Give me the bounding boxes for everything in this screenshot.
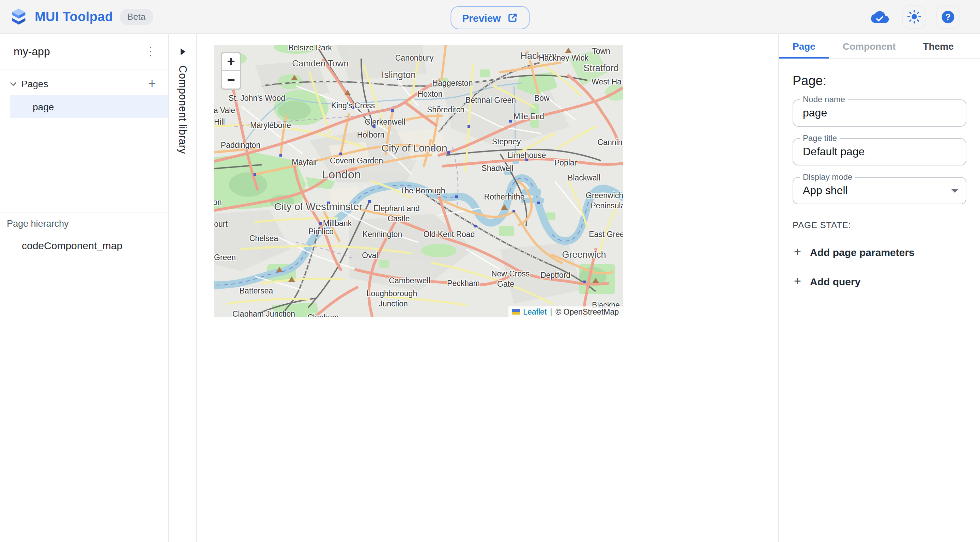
- display-mode-label: Display mode: [800, 173, 855, 181]
- open-in-new-icon: [507, 12, 518, 23]
- app-window: MUI Toolpad Beta Preview: [0, 0, 980, 542]
- map-tiles: [214, 45, 623, 317]
- component-library-label: Component library: [177, 65, 189, 154]
- tab-page[interactable]: Page: [779, 34, 829, 58]
- pages-section-label: Pages: [21, 78, 144, 89]
- svg-text:?: ?: [945, 12, 950, 21]
- tab-component[interactable]: Component: [829, 34, 910, 58]
- leaflet-link[interactable]: Leaflet: [523, 308, 547, 316]
- inspector-body: Page: Node name page Page title Default …: [779, 59, 980, 289]
- add-page-parameters-label: Add page parameters: [810, 246, 915, 258]
- component-library-strip[interactable]: Component library: [169, 34, 197, 542]
- page-item-label: page: [33, 101, 54, 112]
- app-name-row: my-app ⋮: [0, 34, 168, 70]
- node-name-field[interactable]: Node name page: [792, 100, 966, 127]
- header-actions: ?: [868, 5, 970, 28]
- leaflet-map[interactable]: Belsize ParkCamden TownCanonburyHackneyH…: [214, 45, 623, 317]
- display-mode-select[interactable]: Display mode App shell: [792, 177, 966, 204]
- page-hierarchy-label: Page hierarchy: [7, 219, 69, 229]
- theme-toggle-button[interactable]: [902, 5, 926, 28]
- page-heading: Page:: [792, 73, 966, 89]
- chevron-down-icon[interactable]: [7, 78, 19, 90]
- page-title-field[interactable]: Page title Default page: [792, 138, 966, 165]
- expand-panel-arrow-icon[interactable]: [180, 48, 186, 56]
- inspector-panel: Page Component Theme Page: Node name pag…: [778, 34, 980, 542]
- tab-theme[interactable]: Theme: [909, 34, 967, 58]
- dropdown-caret-icon: [951, 189, 958, 193]
- inspector-tabs: Page Component Theme: [779, 34, 980, 59]
- editor-canvas[interactable]: Belsize ParkCamden TownCanonburyHackneyH…: [197, 34, 778, 542]
- page-state-label: PAGE STATE:: [792, 220, 966, 230]
- add-query-label: Add query: [810, 276, 861, 287]
- add-query-button[interactable]: + Add query: [792, 274, 862, 289]
- app-title: MUI Toolpad: [35, 9, 113, 24]
- sidebar-item-page[interactable]: page: [10, 95, 168, 118]
- pages-section-header[interactable]: Pages +: [0, 72, 168, 95]
- map-attribution: Leaflet | © OpenStreetMap: [508, 306, 623, 317]
- zoom-out-button[interactable]: −: [222, 71, 240, 89]
- page-title-label: Page title: [800, 134, 840, 142]
- osm-attribution: © OpenStreetMap: [555, 308, 619, 316]
- preview-button-label: Preview: [462, 12, 501, 24]
- question-mark-icon: ?: [940, 9, 956, 24]
- beta-badge: Beta: [120, 8, 153, 25]
- brand[interactable]: MUI Toolpad Beta: [10, 8, 153, 26]
- app-header: MUI Toolpad Beta Preview: [0, 0, 980, 34]
- ukraine-flag-icon: [511, 309, 520, 315]
- add-page-plus-icon[interactable]: +: [144, 76, 160, 92]
- zoom-in-button[interactable]: +: [222, 53, 240, 71]
- hierarchy-item-code-component-map[interactable]: codeComponent_map: [22, 240, 123, 251]
- plus-icon: +: [794, 246, 801, 258]
- add-page-parameters-button[interactable]: + Add page parameters: [792, 244, 916, 260]
- app-name: my-app: [14, 45, 50, 57]
- app-menu-kebab-icon[interactable]: ⋮: [141, 42, 160, 61]
- help-button[interactable]: ?: [936, 5, 959, 28]
- sun-icon: [907, 10, 921, 24]
- toolpad-logo-icon: [10, 8, 28, 26]
- cloud-saved-icon: [868, 5, 891, 28]
- map-zoom-control: + −: [221, 52, 241, 90]
- plus-icon: +: [794, 275, 801, 287]
- attribution-separator: |: [550, 308, 552, 316]
- sidebar-divider: [0, 212, 168, 212]
- node-name-label: Node name: [800, 95, 848, 103]
- preview-button[interactable]: Preview: [450, 6, 529, 29]
- explorer-sidebar: my-app ⋮ Pages + page Page hierarchy cod…: [0, 34, 169, 542]
